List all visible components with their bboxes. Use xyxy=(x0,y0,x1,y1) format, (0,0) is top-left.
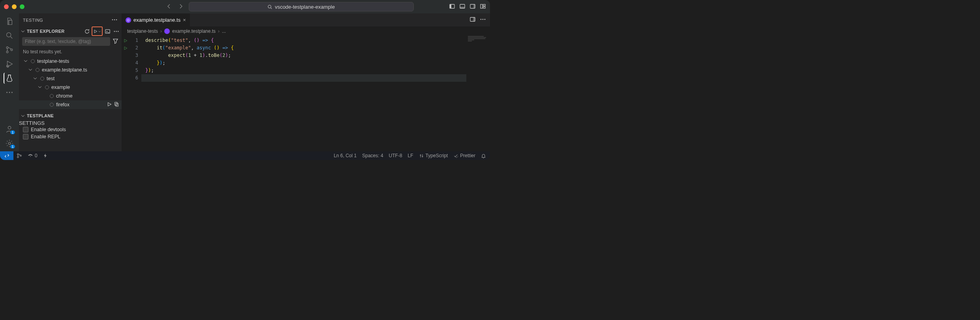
minimize-window-icon[interactable] xyxy=(12,4,17,9)
testplane-header[interactable]: TESTPLANE xyxy=(19,111,122,120)
goto-test-icon[interactable] xyxy=(114,102,119,108)
no-results-text: No test results yet. xyxy=(19,47,122,56)
chevron-down-icon xyxy=(21,113,25,118)
status-eol[interactable]: LF xyxy=(408,153,413,158)
tree-folder[interactable]: testplane-tests xyxy=(19,57,122,66)
window-controls xyxy=(4,4,24,9)
command-center-text: vscode-testplane-example xyxy=(275,4,335,10)
status-language[interactable]: TypeScript xyxy=(419,153,448,158)
test-tree: testplane-tests example.testplane.ts tes… xyxy=(19,56,122,110)
file-type-icon xyxy=(164,28,170,34)
run-all-tests-button[interactable] xyxy=(92,26,103,36)
svg-point-28 xyxy=(482,19,484,20)
debug-icon[interactable] xyxy=(4,58,15,70)
maximize-window-icon[interactable] xyxy=(20,4,24,9)
run-gutter-icon[interactable] xyxy=(122,37,130,44)
close-window-icon[interactable] xyxy=(4,4,9,9)
test-filter-input[interactable] xyxy=(22,37,110,46)
svg-point-7 xyxy=(7,33,11,37)
code-lines[interactable]: describe("test", () => { it("example", a… xyxy=(141,36,466,151)
chevron-down-icon xyxy=(23,58,28,63)
status-prettier[interactable]: Prettier xyxy=(453,153,475,158)
svg-point-21 xyxy=(114,31,115,32)
tab-close-icon[interactable]: × xyxy=(183,17,186,23)
editor-tab[interactable]: example.testplane.ts × xyxy=(122,13,190,26)
tree-test[interactable]: example xyxy=(19,83,122,92)
refresh-tests-icon[interactable] xyxy=(83,27,91,35)
chevron-down-icon xyxy=(28,67,33,72)
svg-point-18 xyxy=(114,19,115,21)
split-editor-icon[interactable] xyxy=(469,16,476,24)
account-icon[interactable]: 1 xyxy=(4,124,15,135)
nav-forward-icon[interactable] xyxy=(178,3,184,11)
settings-option[interactable]: Enable REPL xyxy=(19,133,122,140)
svg-rect-6 xyxy=(483,7,485,8)
file-type-icon xyxy=(126,17,131,23)
status-encoding[interactable]: UTF-8 xyxy=(389,153,402,158)
test-status-icon xyxy=(36,68,39,72)
breadcrumb-more[interactable]: ... xyxy=(222,28,226,34)
explorer-more-icon[interactable] xyxy=(112,27,120,35)
status-indent[interactable]: Spaces: 4 xyxy=(362,153,383,158)
settings-icon[interactable]: 1 xyxy=(4,138,15,149)
tree-suite[interactable]: test xyxy=(19,74,122,83)
svg-point-33 xyxy=(30,156,31,157)
option-label: Enable devtools xyxy=(31,127,66,132)
explorer-icon[interactable] xyxy=(4,16,15,27)
breadcrumb-file[interactable]: example.testplane.ts xyxy=(172,28,216,34)
svg-point-22 xyxy=(116,31,116,32)
tab-more-icon[interactable] xyxy=(480,16,486,24)
layout-sidebar-right-icon[interactable] xyxy=(469,3,476,11)
more-views-icon[interactable] xyxy=(4,87,15,98)
test-explorer-header[interactable]: TEST EXPLORER xyxy=(19,27,122,36)
nav-back-icon[interactable] xyxy=(166,3,172,11)
run-gutter-icon[interactable] xyxy=(122,44,130,52)
svg-point-9 xyxy=(6,51,8,53)
breadcrumb-folder[interactable]: testplane-tests xyxy=(127,28,158,34)
breadcrumb[interactable]: testplane-tests › example.testplane.ts ›… xyxy=(122,27,490,36)
search-view-icon[interactable] xyxy=(4,30,15,41)
command-center[interactable]: vscode-testplane-example xyxy=(189,2,414,11)
test-status-icon xyxy=(50,103,54,107)
editor-content[interactable]: 1 2 3 4 5 6 describe("test", () => { it(… xyxy=(122,36,490,151)
svg-point-31 xyxy=(17,156,19,158)
tree-item-label: test xyxy=(47,76,119,81)
editor-group: example.testplane.ts × testplane-tests ›… xyxy=(122,13,490,151)
test-explorer-title: TEST EXPLORER xyxy=(27,29,81,34)
status-bell-icon[interactable] xyxy=(481,153,486,158)
layout-panel-icon[interactable] xyxy=(459,3,466,11)
tree-browser[interactable]: chrome xyxy=(19,92,122,100)
filter-icon[interactable] xyxy=(113,38,118,45)
checkbox-icon[interactable] xyxy=(23,134,28,139)
tree-browser[interactable]: firefox xyxy=(19,100,122,109)
sidebar-title: TESTING xyxy=(23,18,43,23)
option-label: Enable REPL xyxy=(31,134,60,139)
settings-option[interactable]: Enable devtools xyxy=(19,126,122,133)
svg-point-17 xyxy=(112,19,113,21)
settings-badge: 1 xyxy=(10,145,15,149)
testing-icon[interactable] xyxy=(4,73,15,84)
test-status-icon xyxy=(45,85,49,89)
test-status-icon xyxy=(31,59,35,63)
minimap[interactable] xyxy=(466,36,490,151)
test-status-icon xyxy=(50,94,54,98)
search-icon xyxy=(267,4,272,9)
test-status-icon xyxy=(40,77,44,81)
show-output-icon[interactable] xyxy=(103,27,111,35)
test-gutter xyxy=(122,36,130,151)
customize-layout-icon[interactable] xyxy=(480,3,486,11)
tree-file[interactable]: example.testplane.ts xyxy=(19,66,122,74)
sidebar-more-icon[interactable] xyxy=(111,17,118,24)
run-test-icon[interactable] xyxy=(107,102,112,108)
scm-icon[interactable] xyxy=(4,44,15,55)
status-scm[interactable] xyxy=(17,153,22,158)
sidebar: TESTING TEST EXPLORER No test results ye… xyxy=(19,13,122,151)
status-bolt-icon[interactable] xyxy=(43,153,48,158)
svg-rect-20 xyxy=(105,29,109,33)
checkbox-icon[interactable] xyxy=(23,127,28,132)
tree-item-label: testplane-tests xyxy=(37,58,119,64)
layout-sidebar-left-icon[interactable] xyxy=(449,3,455,11)
status-ports[interactable]: 0 xyxy=(28,153,38,158)
remote-icon[interactable] xyxy=(0,151,13,160)
status-cursor[interactable]: Ln 6, Col 1 xyxy=(334,153,357,158)
